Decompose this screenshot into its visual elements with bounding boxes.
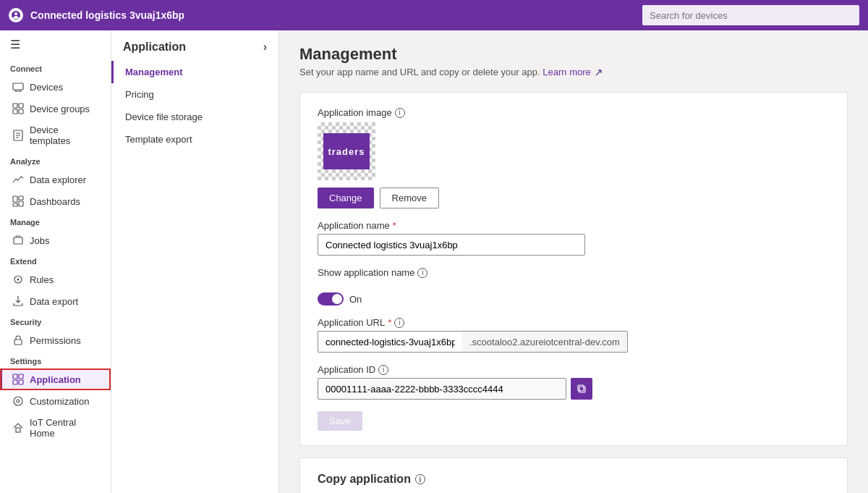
mid-panel-title: Application	[123, 41, 186, 54]
sidebar-label-device-templates: Device templates	[30, 125, 101, 146]
mid-panel-template-export[interactable]: Template export	[111, 128, 278, 151]
sidebar-label-devices: Devices	[30, 82, 63, 93]
section-security: Security	[0, 312, 111, 329]
sidebar-label-rules: Rules	[30, 274, 54, 285]
copy-app-desc: Create a copy of this application, minus…	[318, 490, 752, 493]
sidebar-item-data-explorer[interactable]: Data explorer	[0, 169, 111, 190]
collapse-button[interactable]: ›	[263, 41, 267, 54]
devices-icon	[12, 81, 24, 93]
app-name-input[interactable]	[318, 234, 585, 256]
rules-icon	[12, 274, 24, 285]
copy-app-info-icon: i	[415, 474, 425, 484]
sidebar-item-jobs[interactable]: Jobs	[0, 229, 111, 251]
toggle-knob	[332, 294, 342, 304]
svg-rect-18	[14, 340, 22, 345]
sidebar-item-data-export[interactable]: Data export	[0, 290, 111, 312]
management-card: Application image i traders Change Remov…	[299, 92, 848, 446]
svg-rect-13	[13, 203, 17, 206]
show-app-name-toggle[interactable]	[318, 292, 344, 306]
permissions-icon	[12, 334, 24, 346]
search-input[interactable]	[642, 5, 859, 25]
app-image-label: Application image i	[318, 107, 830, 118]
app-url-info-icon: i	[394, 318, 404, 328]
app-name-label: Application name *	[318, 220, 830, 231]
svg-rect-14	[19, 201, 23, 206]
sidebar-label-application: Application	[30, 374, 81, 385]
sidebar-item-devices[interactable]: Devices	[0, 76, 111, 98]
save-button[interactable]: Save	[318, 411, 362, 431]
mid-panel-pricing[interactable]: Pricing	[111, 83, 278, 106]
learn-more-link[interactable]: Learn more	[542, 67, 603, 77]
sidebar-label-iot-central: IoT Central Home	[30, 417, 101, 439]
mid-panel-management[interactable]: Management	[111, 61, 278, 83]
required-marker: *	[393, 220, 396, 231]
toggle-on-label: On	[349, 294, 362, 305]
external-link-icon	[595, 69, 603, 77]
sidebar-item-device-groups[interactable]: Device groups	[0, 98, 111, 119]
sidebar-label-permissions: Permissions	[30, 335, 81, 346]
application-icon	[12, 374, 24, 385]
svg-rect-27	[578, 385, 584, 391]
svg-rect-26	[579, 387, 585, 392]
show-app-name-group: Show application name i	[318, 267, 830, 281]
sidebar-item-rules[interactable]: Rules	[0, 269, 111, 290]
sidebar-item-application[interactable]: Application	[0, 368, 111, 390]
mid-panel-header: Application ›	[111, 30, 278, 61]
svg-rect-6	[19, 109, 23, 114]
topbar: Connected logistics 3vuaj1x6bp	[0, 0, 868, 30]
app-logo-image: traders	[323, 133, 370, 169]
sidebar: ☰ Connect Devices Device groups Device t…	[0, 30, 111, 493]
copy-app-id-button[interactable]	[571, 378, 592, 400]
svg-rect-5	[13, 109, 17, 114]
sidebar-label-data-export: Data export	[30, 296, 78, 307]
sidebar-label-customization: Customization	[30, 396, 89, 407]
dashboard-icon	[12, 195, 24, 207]
data-export-icon	[12, 295, 24, 307]
copy-application-card: Copy application i Create a copy of this…	[299, 458, 848, 493]
svg-rect-3	[13, 104, 17, 108]
section-extend: Extend	[0, 251, 111, 269]
sidebar-item-dashboards[interactable]: Dashboards	[0, 190, 111, 212]
app-url-label: Application URL * i	[318, 317, 830, 328]
section-settings: Settings	[0, 351, 111, 368]
chart-icon	[12, 174, 24, 185]
sidebar-item-customization[interactable]: Customization	[0, 390, 111, 412]
url-suffix: .scootaloo2.azureiotcentral-dev.com	[462, 331, 628, 353]
app-image-wrapper: traders	[318, 122, 375, 180]
sidebar-label-device-groups: Device groups	[30, 104, 90, 114]
jobs-icon	[12, 235, 24, 246]
svg-point-23	[14, 397, 22, 405]
app-id-field-group: Application ID i	[318, 364, 830, 400]
sidebar-label-data-explorer: Data explorer	[30, 174, 86, 185]
app-title: Connected logistics 3vuaj1x6bp	[30, 9, 184, 21]
topbar-left: Connected logistics 3vuaj1x6bp	[9, 8, 184, 22]
mid-panel: Application › Management Pricing Device …	[111, 30, 279, 493]
mid-panel-device-file-storage[interactable]: Device file storage	[111, 106, 278, 128]
svg-rect-11	[13, 196, 17, 202]
url-required-marker: *	[388, 317, 391, 328]
app-image-section: Application image i traders Change Remov…	[318, 107, 830, 208]
main-layout: ☰ Connect Devices Device groups Device t…	[0, 30, 868, 493]
svg-point-1	[14, 12, 17, 15]
section-analyze: Analyze	[0, 151, 111, 169]
change-image-button[interactable]: Change	[318, 187, 374, 208]
search-container	[642, 5, 859, 25]
device-groups-icon	[12, 103, 24, 114]
app-id-label: Application ID i	[318, 364, 830, 375]
copy-app-title: Copy application i	[318, 473, 830, 486]
remove-image-button[interactable]: Remove	[380, 187, 439, 208]
app-url-input[interactable]	[318, 331, 462, 353]
app-id-row	[318, 378, 592, 400]
hamburger-menu[interactable]: ☰	[0, 30, 111, 59]
svg-point-24	[17, 400, 20, 403]
svg-rect-15	[14, 237, 22, 244]
svg-rect-12	[19, 196, 23, 200]
sidebar-item-iot-central-home[interactable]: IoT Central Home	[0, 412, 111, 444]
section-manage: Manage	[0, 212, 111, 229]
sidebar-item-permissions[interactable]: Permissions	[0, 329, 111, 351]
home-icon	[12, 422, 24, 434]
sidebar-label-jobs: Jobs	[30, 235, 49, 246]
image-btn-row: Change Remove	[318, 187, 830, 208]
sidebar-item-device-templates[interactable]: Device templates	[0, 119, 111, 151]
svg-rect-4	[19, 104, 23, 108]
